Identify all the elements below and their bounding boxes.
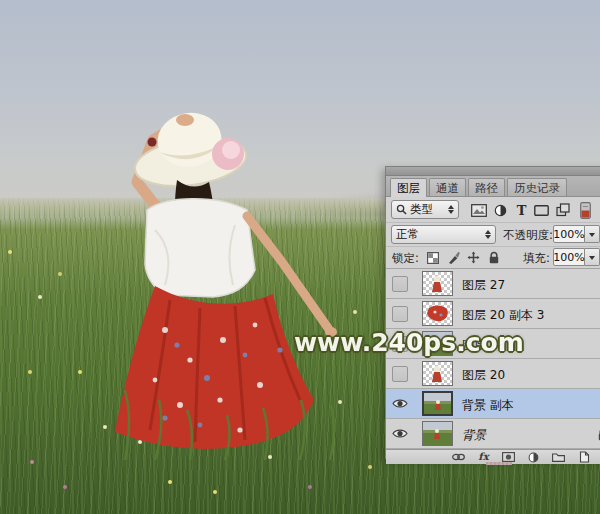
new-layer-icon: [578, 451, 590, 463]
fill-label: 填充:: [523, 251, 550, 266]
woman-figure: [95, 100, 355, 460]
panel-bottom-bar: fx: [386, 449, 600, 464]
link-layers-button[interactable]: [452, 452, 465, 463]
layer-row-selected[interactable]: 背景 副本: [386, 389, 600, 419]
visibility-toggle[interactable]: [392, 366, 408, 382]
blend-mode-value: 正常: [396, 227, 419, 242]
tab-layers[interactable]: 图层: [390, 178, 427, 197]
new-group-button[interactable]: [552, 452, 565, 463]
lock-transparency-button[interactable]: [425, 250, 441, 265]
tab-history[interactable]: 历史记录: [507, 178, 567, 196]
layer-row[interactable]: 图层 20 副本 3: [386, 299, 600, 329]
filter-smart-objects-button[interactable]: [554, 202, 571, 218]
blend-mode-dropdown[interactable]: 正常: [391, 225, 496, 244]
eye-icon: [392, 427, 408, 440]
blend-mode-row: 正常 不透明度: 100%: [386, 223, 600, 247]
wildflowers: [8, 250, 12, 254]
photo-thumb: [424, 393, 453, 416]
layer-name[interactable]: 背景 副本: [462, 397, 514, 414]
search-icon: [396, 204, 407, 215]
filter-type-layers-button[interactable]: T: [513, 202, 530, 218]
filter-kind-label: 类型: [410, 202, 433, 217]
layer-name[interactable]: 背景: [462, 427, 486, 444]
adjustment-circle-icon: [528, 452, 539, 463]
layer-thumbnail[interactable]: [422, 391, 453, 416]
panel-drag-bar[interactable]: [386, 167, 600, 176]
chain-icon: [452, 453, 465, 461]
filter-adjustment-layers-button[interactable]: [492, 202, 509, 218]
image-icon: [471, 204, 487, 217]
fill-value[interactable]: 100%: [553, 248, 585, 266]
fill-dropdown-button[interactable]: [585, 248, 600, 266]
add-layer-mask-button[interactable]: [502, 452, 515, 463]
skirt-cutout-thumb: [423, 302, 452, 325]
eye-icon: [392, 397, 408, 410]
tab-channels[interactable]: 通道: [429, 178, 466, 196]
red-skirt: [115, 286, 314, 449]
opacity-label: 不透明度:: [503, 228, 553, 243]
filter-kind-dropdown[interactable]: 类型: [391, 200, 459, 219]
lock-pixels-button[interactable]: [445, 250, 461, 265]
folder-icon: [552, 452, 565, 462]
layer-row[interactable]: 图层 27: [386, 269, 600, 299]
layer-thumbnail[interactable]: [422, 301, 453, 326]
white-top: [145, 199, 255, 297]
watermark: www.240ps.com: [294, 328, 524, 357]
layer-thumbnail[interactable]: [422, 271, 453, 296]
layer-mask-icon: [502, 452, 515, 462]
hand-on-hat: [176, 114, 194, 126]
brush-icon: [447, 251, 460, 264]
layer-style-button[interactable]: fx: [477, 452, 490, 463]
lock-position-button[interactable]: [465, 250, 481, 265]
fx-icon: fx: [478, 452, 488, 462]
lock-all-button[interactable]: [486, 250, 502, 265]
shape-rectangle-icon: [534, 205, 549, 216]
bracelet: [148, 138, 157, 147]
figure-cutout-thumb: [423, 362, 452, 385]
filter-pixel-layers-button[interactable]: [470, 202, 487, 218]
photo-thumb: [423, 422, 452, 445]
layer-name[interactable]: 图层 20: [462, 367, 505, 384]
spinner-arrows-icon: [444, 205, 454, 214]
visibility-toggle[interactable]: [392, 427, 408, 440]
tab-paths[interactable]: 路径: [468, 178, 505, 196]
filter-shape-layers-button[interactable]: [533, 202, 550, 218]
layer-thumbnail[interactable]: [422, 421, 453, 446]
smart-object-icon: [556, 203, 570, 217]
opacity-dropdown-button[interactable]: [585, 225, 600, 243]
new-layer-button[interactable]: [577, 452, 590, 463]
checkerboard-icon: [427, 252, 439, 264]
padlock-icon: [488, 251, 500, 264]
layer-filter-row: 类型 T: [386, 197, 600, 223]
half-circle-icon: [494, 204, 507, 217]
visibility-toggle[interactable]: [392, 397, 408, 410]
visibility-toggle[interactable]: [392, 306, 408, 322]
new-adjustment-layer-button[interactable]: [527, 452, 540, 463]
layer-row-background[interactable]: 背景: [386, 419, 600, 449]
move-icon: [467, 251, 480, 264]
type-icon: T: [517, 203, 527, 218]
lock-row: 锁定: 填充: 100%: [386, 247, 600, 269]
layer-name[interactable]: 图层 20 副本 3: [462, 307, 544, 324]
spinner-arrows-icon: [481, 230, 491, 239]
opacity-value[interactable]: 100%: [553, 225, 585, 243]
layer-row[interactable]: 图层 20: [386, 359, 600, 389]
lock-label: 锁定:: [392, 251, 419, 266]
filter-toggle-switch[interactable]: [579, 202, 591, 218]
hat-flower: [222, 141, 240, 159]
figure-cutout-thumb: [423, 272, 452, 295]
panel-tab-bar: 图层 通道 路径 历史记录: [386, 176, 600, 197]
layer-name[interactable]: 图层 27: [462, 277, 505, 294]
visibility-toggle[interactable]: [392, 276, 408, 292]
panel-resize-grip[interactable]: [486, 462, 512, 465]
layers-panel: 图层 通道 路径 历史记录 类型 T: [385, 166, 600, 459]
toggle-switch-icon: [580, 202, 591, 219]
layer-thumbnail[interactable]: [422, 361, 453, 386]
layers-list: 图层 27 图层 20 副本 3 图层 28: [386, 269, 600, 449]
